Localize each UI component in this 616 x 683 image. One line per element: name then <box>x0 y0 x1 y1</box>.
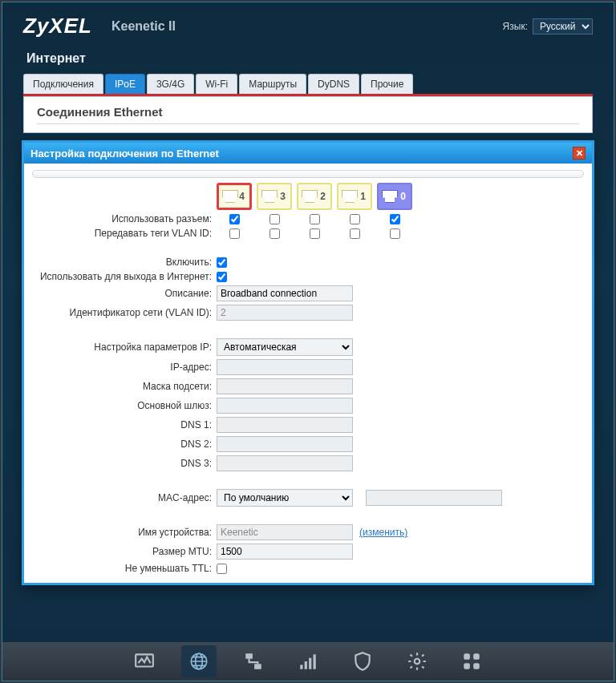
close-icon[interactable]: ✕ <box>573 147 586 160</box>
use-connector-label: Использовать разъем: <box>32 213 217 224</box>
vlanid-input <box>217 305 353 321</box>
dock-security-icon[interactable] <box>345 645 380 677</box>
devname-input <box>217 524 353 540</box>
port-0[interactable]: 0 <box>377 183 412 210</box>
ethernet-port-icon <box>302 190 318 203</box>
bottom-dock <box>2 642 614 681</box>
use-connector-checkbox-3[interactable] <box>350 214 360 224</box>
vlan-tag-row <box>217 228 412 239</box>
collapsed-section-bar[interactable] <box>32 170 584 178</box>
tab-ipoe[interactable]: IPoE <box>105 74 145 94</box>
vlan-tag-label: Передавать теги VLAN ID: <box>32 228 217 239</box>
gw-label: Основной шлюз: <box>32 400 217 411</box>
dns1-label: DNS 1: <box>32 419 217 430</box>
internet-label: Использовать для выхода в Интернет: <box>32 271 217 282</box>
dns2-label: DNS 2: <box>32 438 217 450</box>
ip-label: IP-адрес: <box>32 362 217 373</box>
tab-подключения[interactable]: Подключения <box>23 74 103 94</box>
dock-settings-icon[interactable] <box>399 645 435 677</box>
svg-rect-8 <box>314 654 316 669</box>
svg-rect-3 <box>245 653 253 659</box>
svg-rect-4 <box>254 664 261 669</box>
ipmode-label: Настройка параметров IP: <box>32 342 217 353</box>
tab-wi-fi[interactable]: Wi-Fi <box>196 74 237 94</box>
svg-rect-10 <box>464 653 470 660</box>
port-1[interactable]: 1 <box>337 183 372 210</box>
internet-checkbox[interactable] <box>217 272 227 282</box>
tab-dydns[interactable]: DyDNS <box>308 74 359 94</box>
dock-apps-icon[interactable] <box>454 645 489 677</box>
dns3-label: DNS 3: <box>32 458 217 469</box>
tab-прочие[interactable]: Прочие <box>361 74 413 94</box>
dns1-input <box>217 417 353 433</box>
svg-rect-11 <box>473 653 480 660</box>
dns2-input <box>217 436 353 452</box>
dock-internet-icon[interactable] <box>181 645 217 677</box>
port-2[interactable]: 2 <box>297 183 332 210</box>
vlanid-label: Идентификатор сети (VLAN ID): <box>32 307 217 318</box>
ethernet-port-icon <box>261 190 278 203</box>
vlan-tag-checkbox-3[interactable] <box>350 228 360 239</box>
svg-rect-12 <box>464 663 470 669</box>
enable-checkbox[interactable] <box>217 257 227 268</box>
dns3-input <box>217 455 353 471</box>
dock-wifi-icon[interactable] <box>290 645 326 677</box>
gw-input <box>217 398 353 414</box>
use-connector-checkbox-2[interactable] <box>310 214 320 224</box>
modal-title-text: Настройка подключения по Ethernet <box>30 148 219 160</box>
vlan-tag-checkbox-1[interactable] <box>270 228 280 239</box>
main-panel: Соединения Ethernet <box>23 96 593 133</box>
ports-row: 43210 <box>217 183 412 210</box>
enable-label: Включить: <box>32 257 217 268</box>
product-name: Keenetic II <box>111 19 176 34</box>
tabs: ПодключенияIPoE3G/4GWi-FiМаршрутыDyDNSПр… <box>23 74 593 94</box>
mask-input <box>217 378 353 394</box>
use-connector-checkbox-1[interactable] <box>270 214 280 224</box>
ethernet-config-modal: Настройка подключения по Ethernet ✕ 4321… <box>22 140 594 585</box>
desc-label: Описание: <box>32 288 217 299</box>
dock-network-icon[interactable] <box>236 645 271 677</box>
mac-select[interactable]: По умолчанию <box>217 489 353 507</box>
port-4[interactable]: 4 <box>217 183 252 210</box>
vlan-tag-checkbox-4[interactable] <box>390 228 400 239</box>
ipmode-select[interactable]: Автоматическая <box>217 338 353 356</box>
devname-label: Имя устройства: <box>32 527 217 538</box>
svg-rect-13 <box>473 663 480 669</box>
ttl-checkbox[interactable] <box>217 564 227 574</box>
dock-monitor-icon[interactable] <box>127 645 162 677</box>
lang-label: Язык: <box>503 21 528 32</box>
lang-select[interactable]: Русский <box>533 18 593 34</box>
ethernet-port-icon <box>342 190 358 203</box>
vlan-tag-checkbox-0[interactable] <box>229 228 240 239</box>
logo: ZyXEL <box>23 14 92 38</box>
devname-change-link[interactable]: (изменить) <box>359 527 407 538</box>
mtu-label: Размер MTU: <box>32 546 217 557</box>
desc-input[interactable] <box>217 285 353 301</box>
port-3[interactable]: 3 <box>257 183 292 210</box>
ip-input <box>217 359 353 375</box>
mac-label: MAC-адрес: <box>32 492 217 503</box>
svg-rect-7 <box>309 658 311 669</box>
tab-3g/4g[interactable]: 3G/4G <box>147 74 194 94</box>
use-connector-checkbox-0[interactable] <box>229 214 240 224</box>
mtu-input[interactable] <box>217 544 353 560</box>
tab-маршруты[interactable]: Маршруты <box>239 74 306 94</box>
use-connector-checkbox-4[interactable] <box>390 214 400 224</box>
ethernet-port-icon <box>222 190 238 203</box>
ethernet-port-icon <box>382 190 398 203</box>
vlan-tag-checkbox-2[interactable] <box>310 228 320 239</box>
svg-point-9 <box>415 659 420 665</box>
svg-rect-6 <box>305 661 307 669</box>
use-connector-row <box>217 214 412 224</box>
svg-rect-5 <box>300 665 302 669</box>
section-title: Интернет <box>4 42 612 74</box>
ttl-label: Не уменьшать TTL: <box>32 563 217 574</box>
mask-label: Маска подсети: <box>32 381 217 392</box>
mac-extra-input <box>366 490 502 506</box>
panel-title: Соединения Ethernet <box>37 105 579 124</box>
